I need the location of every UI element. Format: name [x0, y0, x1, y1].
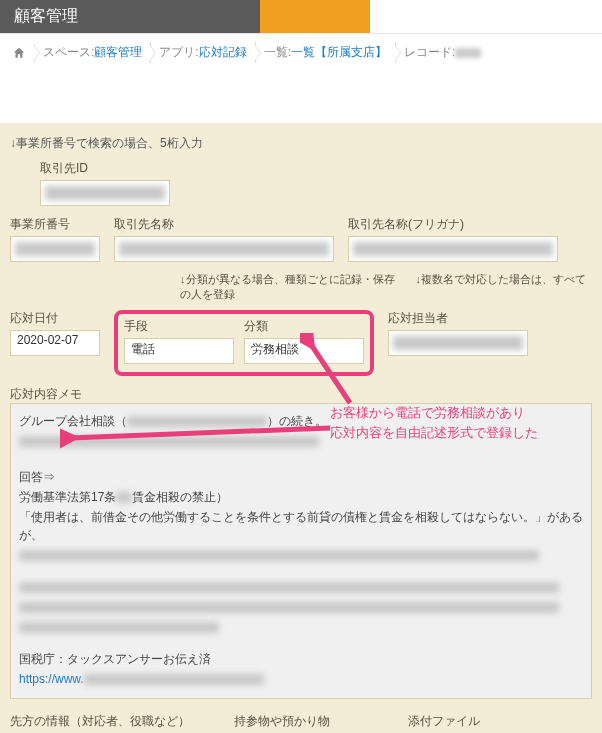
- app-header: 顧客管理: [0, 0, 602, 34]
- partner-kana-label: 取引先名称(フリガナ): [348, 216, 558, 233]
- category-label: 分類: [244, 318, 364, 335]
- method-label: 手段: [124, 318, 234, 335]
- date-label: 応対日付: [10, 310, 100, 327]
- method-input[interactable]: 電話: [124, 338, 234, 364]
- office-no-label: 事業所番号: [10, 216, 100, 233]
- person-label: 応対担当者: [388, 310, 528, 327]
- memo-link[interactable]: https://www.: [19, 672, 84, 686]
- record-form: ↓事業所番号で検索の場合、5桁入力 取引先ID 事業所番号 取引先名称 取引先名…: [0, 123, 602, 733]
- other-info-label: 先方の情報（対応者、役職など）: [10, 713, 220, 730]
- helper-text: ↓分類が異なる場合、種類ごとに記録・保存 ↓複数名で対応した場合は、すべての人を…: [180, 272, 592, 302]
- partner-kana-input[interactable]: [348, 236, 558, 262]
- memo-label: 応対内容メモ: [10, 386, 592, 403]
- home-icon: [12, 46, 26, 60]
- attachment-label: 添付ファイル: [408, 713, 480, 730]
- date-input[interactable]: 2020-02-07: [10, 330, 100, 356]
- belongings-label: 持参物や預かり物: [234, 713, 394, 730]
- breadcrumb-record-value: [455, 48, 481, 58]
- category-input[interactable]: 労務相談: [244, 338, 364, 364]
- breadcrumb-home[interactable]: [4, 44, 35, 62]
- breadcrumb-list[interactable]: 一覧: 一覧【所属支店】: [256, 42, 396, 63]
- app-title: 顧客管理: [0, 0, 260, 33]
- search-note: ↓事業所番号で検索の場合、5桁入力: [10, 135, 592, 152]
- office-no-input[interactable]: [10, 236, 100, 262]
- partner-id-label: 取引先ID: [40, 160, 170, 177]
- breadcrumb-app[interactable]: アプリ: 応対記録: [151, 42, 255, 63]
- breadcrumb-space[interactable]: スペース: 顧客管理: [35, 42, 151, 63]
- memo-textarea[interactable]: グループ会社相談（）の続き。 回答⇒ 労働基準法第17条賃金相殺の禁止） 「使用…: [10, 403, 592, 699]
- highlight-box: 手段 電話 分類 労務相談: [114, 310, 374, 376]
- header-accent: [260, 0, 370, 33]
- person-input[interactable]: [388, 330, 528, 356]
- breadcrumb-record: レコード:: [396, 42, 489, 63]
- partner-id-input[interactable]: [40, 180, 170, 206]
- breadcrumb: スペース: 顧客管理 アプリ: 応対記録 一覧: 一覧【所属支店】 レコード:: [0, 34, 602, 73]
- partner-name-input[interactable]: [114, 236, 334, 262]
- partner-name-label: 取引先名称: [114, 216, 334, 233]
